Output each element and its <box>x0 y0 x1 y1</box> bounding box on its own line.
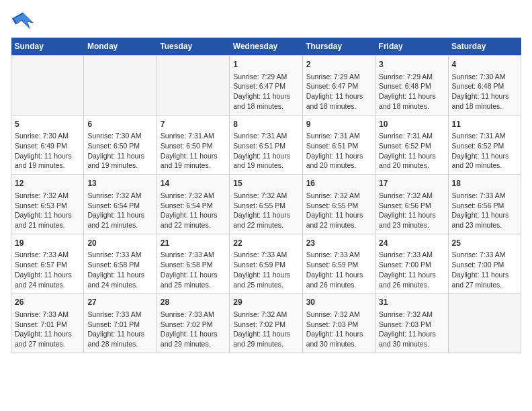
calendar-table: SundayMondayTuesdayWednesdayThursdayFrid… <box>11 38 521 353</box>
day-info: Sunset: 6:47 PM <box>233 81 298 91</box>
day-info: Sunrise: 7:29 AM <box>233 72 298 82</box>
day-info: Sunrise: 7:33 AM <box>452 250 517 260</box>
day-info: Sunset: 6:58 PM <box>87 260 152 270</box>
page-header <box>11 11 521 31</box>
calendar-cell: 7Sunrise: 7:31 AMSunset: 6:50 PMDaylight… <box>157 115 229 175</box>
day-info: Sunrise: 7:32 AM <box>233 310 298 320</box>
day-header-thursday: Thursday <box>302 38 375 56</box>
day-number: 5 <box>15 119 80 130</box>
day-number: 14 <box>161 178 226 189</box>
day-info: Sunset: 6:55 PM <box>306 201 371 211</box>
calendar-cell: 17Sunrise: 7:32 AMSunset: 6:56 PMDayligh… <box>375 175 448 234</box>
day-info: Sunset: 7:02 PM <box>233 320 298 330</box>
calendar-cell <box>84 56 157 116</box>
day-info: Sunset: 6:58 PM <box>161 260 226 270</box>
day-info: Sunrise: 7:30 AM <box>452 72 517 82</box>
day-info: Sunset: 6:55 PM <box>233 201 298 211</box>
day-info: Sunrise: 7:33 AM <box>87 310 152 320</box>
day-number: 29 <box>233 297 298 308</box>
day-info: Daylight: 11 hours and 19 minutes. <box>15 151 80 171</box>
day-info: Sunrise: 7:33 AM <box>161 250 226 260</box>
day-info: Sunrise: 7:32 AM <box>233 191 298 201</box>
day-info: Sunset: 7:01 PM <box>15 320 80 330</box>
day-info: Daylight: 11 hours and 18 minutes. <box>306 91 371 111</box>
day-info: Sunset: 6:48 PM <box>452 81 517 91</box>
day-info: Sunset: 6:51 PM <box>233 141 298 151</box>
day-info: Daylight: 11 hours and 25 minutes. <box>161 270 226 289</box>
day-info: Sunset: 7:00 PM <box>379 260 444 270</box>
day-header-sunday: Sunday <box>11 38 84 56</box>
calendar-cell: 25Sunrise: 7:33 AMSunset: 7:00 PMDayligh… <box>448 234 521 293</box>
day-number: 6 <box>87 119 152 130</box>
calendar-cell: 26Sunrise: 7:33 AMSunset: 7:01 PMDayligh… <box>11 293 84 353</box>
day-info: Daylight: 11 hours and 21 minutes. <box>87 210 152 230</box>
day-info: Sunrise: 7:32 AM <box>306 310 371 320</box>
calendar-cell: 3Sunrise: 7:29 AMSunset: 6:48 PMDaylight… <box>375 56 448 116</box>
day-number: 19 <box>15 238 80 249</box>
calendar-cell: 8Sunrise: 7:31 AMSunset: 6:51 PMDaylight… <box>230 115 302 175</box>
day-info: Sunset: 6:54 PM <box>161 201 226 211</box>
day-number: 20 <box>87 238 152 249</box>
day-info: Sunset: 6:52 PM <box>379 141 444 151</box>
calendar-cell: 12Sunrise: 7:32 AMSunset: 6:53 PMDayligh… <box>11 175 84 234</box>
day-number: 16 <box>306 178 371 189</box>
day-info: Sunrise: 7:32 AM <box>379 310 444 320</box>
day-info: Sunset: 6:50 PM <box>161 141 226 151</box>
day-info: Sunset: 6:48 PM <box>379 81 444 91</box>
day-number: 17 <box>379 178 444 189</box>
calendar-cell: 16Sunrise: 7:32 AMSunset: 6:55 PMDayligh… <box>302 175 375 234</box>
day-number: 3 <box>379 59 444 71</box>
calendar-cell: 23Sunrise: 7:33 AMSunset: 6:59 PMDayligh… <box>302 234 375 293</box>
day-info: Sunset: 7:02 PM <box>161 320 226 330</box>
day-number: 26 <box>15 297 80 308</box>
calendar-cell: 11Sunrise: 7:31 AMSunset: 6:52 PMDayligh… <box>448 115 521 175</box>
logo <box>11 11 38 31</box>
calendar-cell: 27Sunrise: 7:33 AMSunset: 7:01 PMDayligh… <box>84 293 157 353</box>
day-info: Daylight: 11 hours and 30 minutes. <box>379 329 444 349</box>
calendar-cell: 4Sunrise: 7:30 AMSunset: 6:48 PMDaylight… <box>448 56 521 116</box>
day-info: Daylight: 11 hours and 29 minutes. <box>233 329 298 349</box>
day-info: Sunrise: 7:33 AM <box>306 250 371 260</box>
day-number: 15 <box>233 178 298 189</box>
day-info: Daylight: 11 hours and 26 minutes. <box>379 270 444 289</box>
day-info: Sunrise: 7:33 AM <box>15 310 80 320</box>
day-info: Sunset: 6:51 PM <box>306 141 371 151</box>
day-number: 23 <box>306 238 371 249</box>
calendar-cell: 20Sunrise: 7:33 AMSunset: 6:58 PMDayligh… <box>84 234 157 293</box>
calendar-cell: 29Sunrise: 7:32 AMSunset: 7:02 PMDayligh… <box>230 293 302 353</box>
calendar-cell: 1Sunrise: 7:29 AMSunset: 6:47 PMDaylight… <box>230 56 302 116</box>
day-number: 27 <box>87 297 152 308</box>
calendar-cell <box>157 56 229 116</box>
calendar-cell: 22Sunrise: 7:33 AMSunset: 6:59 PMDayligh… <box>230 234 302 293</box>
calendar-week-row: 5Sunrise: 7:30 AMSunset: 6:49 PMDaylight… <box>11 115 521 175</box>
day-header-friday: Friday <box>375 38 448 56</box>
day-info: Sunrise: 7:31 AM <box>306 131 371 141</box>
day-number: 30 <box>306 297 371 308</box>
calendar-week-row: 1Sunrise: 7:29 AMSunset: 6:47 PMDaylight… <box>11 56 521 116</box>
day-info: Sunset: 6:59 PM <box>306 260 371 270</box>
day-info: Sunrise: 7:29 AM <box>306 72 371 82</box>
day-info: Sunset: 6:59 PM <box>233 260 298 270</box>
calendar-cell <box>448 293 521 353</box>
calendar-cell: 31Sunrise: 7:32 AMSunset: 7:03 PMDayligh… <box>375 293 448 353</box>
day-info: Daylight: 11 hours and 23 minutes. <box>379 210 444 230</box>
day-number: 28 <box>161 297 226 308</box>
day-info: Daylight: 11 hours and 28 minutes. <box>87 329 152 349</box>
day-number: 31 <box>379 297 444 308</box>
day-number: 13 <box>87 178 152 189</box>
day-number: 2 <box>306 59 371 71</box>
day-number: 4 <box>452 59 517 71</box>
day-info: Sunrise: 7:33 AM <box>15 250 80 260</box>
day-info: Sunrise: 7:33 AM <box>379 250 444 260</box>
day-info: Sunset: 7:03 PM <box>306 320 371 330</box>
calendar-cell: 5Sunrise: 7:30 AMSunset: 6:49 PMDaylight… <box>11 115 84 175</box>
calendar-cell: 28Sunrise: 7:33 AMSunset: 7:02 PMDayligh… <box>157 293 229 353</box>
day-info: Sunrise: 7:32 AM <box>87 191 152 201</box>
day-info: Daylight: 11 hours and 20 minutes. <box>452 151 517 171</box>
day-number: 12 <box>15 178 80 189</box>
calendar-cell: 21Sunrise: 7:33 AMSunset: 6:58 PMDayligh… <box>157 234 229 293</box>
calendar-cell <box>11 56 84 116</box>
day-info: Daylight: 11 hours and 24 minutes. <box>15 270 80 289</box>
day-info: Daylight: 11 hours and 18 minutes. <box>233 91 298 111</box>
calendar-week-row: 19Sunrise: 7:33 AMSunset: 6:57 PMDayligh… <box>11 234 521 293</box>
